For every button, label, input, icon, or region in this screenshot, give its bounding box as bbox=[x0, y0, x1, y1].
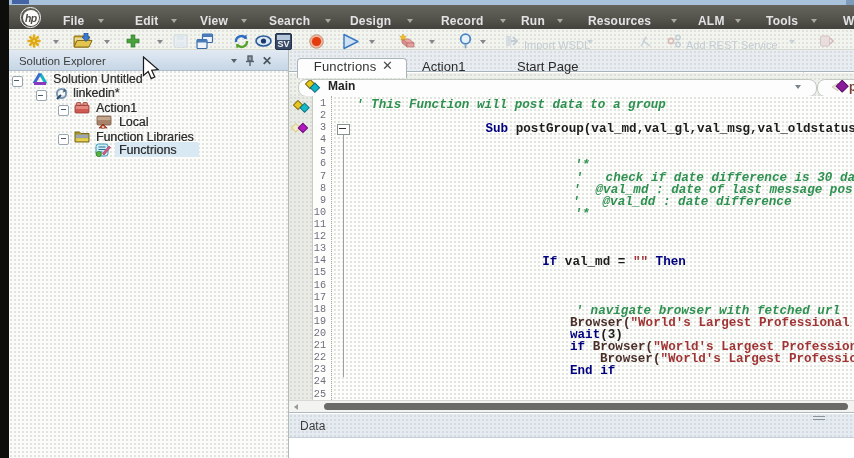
svg-text:SV: SV bbox=[277, 39, 289, 49]
